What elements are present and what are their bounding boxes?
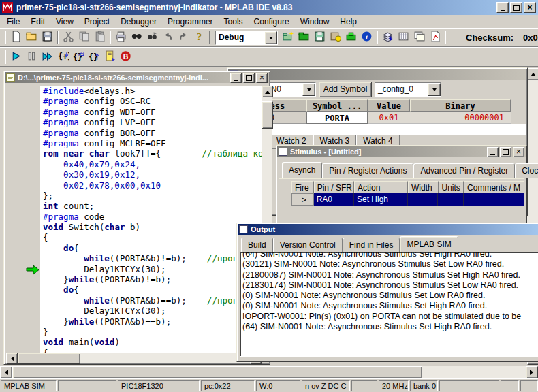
tab-build[interactable]: Build bbox=[241, 238, 273, 252]
find-next-button[interactable] bbox=[144, 30, 160, 45]
column-header-binary[interactable]: Binary bbox=[410, 99, 511, 112]
undo-button[interactable] bbox=[160, 30, 176, 45]
column-header-width[interactable]: Width bbox=[408, 181, 439, 193]
tab-version-control[interactable]: Version Control bbox=[273, 238, 343, 252]
tab-asynch[interactable]: Asynch bbox=[282, 162, 322, 178]
code-line[interactable]: 0x30,0x19,0x12, bbox=[43, 169, 262, 180]
scrollbar-thumb[interactable] bbox=[12, 366, 422, 378]
watch-config-select[interactable]: _config_0 bbox=[375, 82, 441, 97]
log-line[interactable]: (0) SIM-N0001 Note: Asynchronous Stimulu… bbox=[242, 291, 538, 301]
code-line[interactable]: }while((PORTA&b)==b); bbox=[43, 316, 262, 327]
cut-button[interactable] bbox=[61, 30, 76, 45]
tab-find-in-files[interactable]: Find in Files bbox=[343, 238, 400, 252]
code-line[interactable]: while((PORTA&b)==b); //програ bbox=[43, 295, 262, 306]
log-line[interactable]: (0) SIM-N0001 Note: Asynchronous Stimulu… bbox=[242, 301, 538, 311]
watch-cell[interactable]: 00000001 bbox=[410, 112, 511, 124]
chevron-down-icon[interactable] bbox=[428, 83, 441, 96]
scroll-left-icon[interactable] bbox=[6, 353, 18, 364]
menu-item-file[interactable]: File bbox=[1, 16, 25, 28]
project-settings-button[interactable] bbox=[328, 30, 343, 45]
code-line[interactable]: #pragma config LVP=OFF bbox=[43, 117, 262, 127]
menu-item-debugger[interactable]: Debugger bbox=[115, 16, 162, 28]
program-window-button[interactable] bbox=[411, 30, 427, 45]
report-button[interactable] bbox=[427, 30, 443, 45]
maximize-button[interactable] bbox=[510, 2, 522, 13]
log-line[interactable]: IOPORT-W0001: Pin(s) (0x01) on PORTA can… bbox=[242, 312, 538, 322]
stimulus-close-button[interactable] bbox=[513, 147, 524, 157]
help-button[interactable]: ? bbox=[191, 30, 207, 45]
scrollbar-thumb[interactable] bbox=[262, 101, 273, 129]
menu-item-edit[interactable]: Edit bbox=[25, 16, 50, 28]
reset-button[interactable] bbox=[102, 50, 118, 65]
code-line[interactable]: }; bbox=[43, 191, 262, 201]
code-line[interactable]: while((PORTA&b)!=b); //програ bbox=[43, 253, 262, 263]
editor-close-button[interactable] bbox=[256, 73, 268, 83]
output-titlebar[interactable]: Output bbox=[238, 224, 538, 235]
stimulus-cell[interactable]: Set High bbox=[354, 193, 408, 206]
save-file-button[interactable] bbox=[39, 30, 55, 45]
run-button[interactable] bbox=[8, 50, 24, 65]
watch-cell[interactable]: 0x01 bbox=[368, 112, 410, 124]
watch-table-header[interactable]: AddressSymbol ...ValueBinary bbox=[229, 99, 526, 112]
menu-item-configure[interactable]: Configure bbox=[249, 16, 295, 28]
menu-item-help[interactable]: Help bbox=[334, 16, 362, 28]
info-button[interactable]: i bbox=[359, 30, 375, 45]
toolbar-handle[interactable] bbox=[5, 31, 6, 44]
tab-pin-register-actions[interactable]: Pin / Register Actions bbox=[322, 163, 413, 178]
editor-titlebar[interactable]: D:\...\primer-75-pic18-si-str266-semiseg… bbox=[5, 72, 269, 83]
menu-item-window[interactable]: Window bbox=[295, 16, 335, 28]
column-header-fire[interactable]: Fire bbox=[291, 181, 314, 193]
memory-grid-button[interactable] bbox=[396, 30, 411, 45]
code-line[interactable]: void main(void) bbox=[43, 337, 262, 347]
code-line[interactable]: void Switch(char b) bbox=[43, 222, 262, 232]
stimulus-minimize-button[interactable] bbox=[487, 147, 499, 157]
code-line[interactable]: int count; bbox=[43, 201, 262, 211]
log-line[interactable]: (30121) SIM-N0001 Note: Asynchronous Sti… bbox=[242, 259, 538, 270]
stimulus-cell[interactable] bbox=[438, 193, 464, 206]
scrollbar-thumb[interactable] bbox=[18, 353, 80, 364]
stimulus-maximize-button[interactable] bbox=[500, 147, 511, 157]
minimize-button[interactable] bbox=[496, 2, 509, 13]
code-line[interactable]: #include<delays.h> bbox=[43, 86, 262, 96]
code-line[interactable]: 0x02,0x78,0x00,0x10 bbox=[43, 180, 262, 191]
code-line[interactable]: { bbox=[43, 232, 262, 242]
open-project-button[interactable] bbox=[296, 30, 312, 45]
tab-clock-stim[interactable]: Clock Stim bbox=[515, 163, 538, 178]
editor-maximize-button[interactable] bbox=[243, 73, 255, 83]
code-line[interactable]: #pragma config MCLRE=OFF bbox=[43, 138, 262, 148]
log-line[interactable]: (64) SIM-N0001 Note: Asynchronous Stimul… bbox=[242, 252, 538, 259]
code-line[interactable]: do{ bbox=[43, 243, 262, 253]
build-package-button[interactable] bbox=[343, 30, 359, 45]
column-header-action[interactable]: Action bbox=[354, 181, 408, 193]
toolbar-handle[interactable] bbox=[5, 50, 6, 64]
tab-mplab-sim[interactable]: MPLAB SIM bbox=[400, 236, 458, 252]
copy-button[interactable] bbox=[76, 30, 92, 45]
step-over-button[interactable]: {} bbox=[71, 50, 86, 65]
menu-item-view[interactable]: View bbox=[50, 16, 79, 28]
code-line[interactable]: }while((PORTA&b)!=b); bbox=[43, 274, 262, 284]
animate-button[interactable] bbox=[39, 50, 55, 65]
code-line[interactable]: { bbox=[43, 348, 262, 353]
open-file-button[interactable] bbox=[24, 30, 39, 45]
find-button[interactable] bbox=[129, 30, 144, 45]
code-line[interactable]: #pragma code bbox=[43, 212, 262, 222]
scroll-left-icon[interactable] bbox=[0, 366, 12, 378]
stimulus-cell[interactable] bbox=[408, 193, 438, 206]
code-line[interactable]: } bbox=[43, 327, 262, 337]
save-workspace-button[interactable] bbox=[312, 30, 328, 45]
mdi-horizontal-scrollbar[interactable] bbox=[0, 366, 538, 378]
code-line[interactable]: Delay1KTCYx(30); bbox=[43, 306, 262, 316]
scroll-up-icon[interactable] bbox=[262, 86, 273, 97]
column-header-units[interactable]: Units bbox=[439, 181, 464, 193]
menu-item-programmer[interactable]: Programmer bbox=[162, 16, 219, 28]
menu-item-tools[interactable]: Tools bbox=[219, 16, 249, 28]
stimulus-titlebar[interactable]: Stimulus - [Untitled] bbox=[277, 146, 526, 157]
add-symbol-button[interactable]: Add Symbol bbox=[319, 82, 372, 97]
column-header-value[interactable]: Value bbox=[368, 99, 410, 112]
code-line[interactable]: 0x40,0x79,0x24, bbox=[43, 159, 262, 169]
log-line[interactable]: (64) SIM-N0001 Note: Asynchronous Stimul… bbox=[242, 322, 538, 332]
step-into-button[interactable]: {+} bbox=[55, 50, 71, 65]
code-line[interactable]: Delay1KTCYx(30); bbox=[43, 264, 262, 274]
new-file-button[interactable] bbox=[8, 30, 24, 45]
chevron-down-icon[interactable] bbox=[264, 31, 277, 44]
